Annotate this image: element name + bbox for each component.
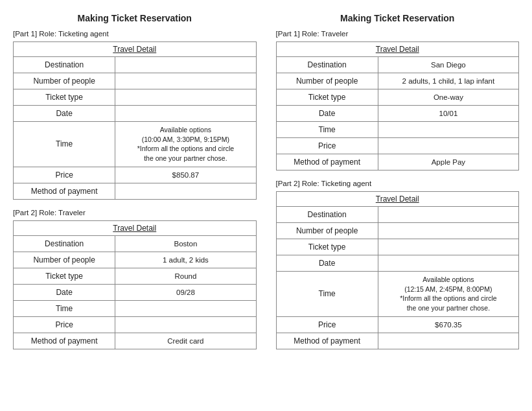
row-value: 1 adult, 2 kids [115,252,256,268]
row-value [378,138,518,154]
row-value [115,183,256,199]
row-label: Ticket type [14,268,115,284]
row-label: Date [276,106,378,122]
table-row: Ticket type [276,239,519,255]
table-row: Time [276,122,519,138]
row-label: Price [14,167,115,183]
row-label: Price [276,138,378,154]
table-row: Ticket type [14,89,257,106]
row-value [115,106,256,122]
row-label: Method of payment [276,154,378,170]
row-value: Apple Pay [378,154,518,170]
row-label: Time [276,122,378,138]
table-row: Date [14,106,257,122]
left-part2-table: Travel Detail DestinationBostonNumber of… [13,220,257,349]
row-value [378,223,518,239]
left-column: Making Ticket Reservation [Part 1] Role:… [13,13,257,358]
row-label: Destination [14,235,115,252]
row-label: Ticket type [276,239,378,255]
row-value [378,207,518,223]
row-value: One-way [378,89,518,106]
table-row: Price$670.35 [276,316,519,333]
table-row: TimeAvailable options (12:15 AM, 2:45PM,… [276,272,519,317]
row-label: Method of payment [276,333,378,349]
right-part2-table: Travel Detail DestinationNumber of peopl… [276,191,520,349]
right-part1-caption: Travel Detail [276,41,520,56]
row-value: 09/28 [115,284,256,300]
table-row: Method of payment [14,183,257,199]
row-label: Date [14,284,115,300]
table-row: Time [14,300,257,316]
right-title: Making Ticket Reservation [276,13,520,23]
row-value [115,316,256,333]
row-label: Destination [276,57,378,73]
right-column: Making Ticket Reservation [Part 1] Role:… [276,13,520,358]
row-value: 2 adults, 1 child, 1 lap infant [378,73,518,89]
table-row: Method of paymentApple Pay [276,154,519,170]
left-part1-table: Travel Detail DestinationNumber of peopl… [13,41,257,200]
row-value [115,89,256,106]
row-label: Destination [276,207,378,223]
row-label: Destination [14,57,115,73]
page-wrapper: Making Ticket Reservation [Part 1] Role:… [13,13,519,358]
row-value: San Diego [378,57,518,73]
row-value: $850.87 [115,167,256,183]
table-row: Number of people [14,73,257,89]
left-part1-role: [Part 1] Role: Ticketing agent [13,30,257,38]
row-value [115,300,256,316]
table-row: Method of paymentCredit card [14,333,257,349]
table-row: Number of people [276,223,519,239]
table-row: DestinationSan Diego [276,57,519,73]
table-row: Price [14,316,257,333]
table-row: Destination [14,57,257,73]
row-label: Time [14,122,115,167]
table-row: DestinationBoston [14,235,257,252]
row-label: Method of payment [14,183,115,199]
right-part2-caption: Travel Detail [276,191,520,206]
row-value: Boston [115,235,256,252]
table-row: Date10/01 [276,106,519,122]
row-label: Time [14,300,115,316]
row-value [378,333,518,349]
table-row: Method of payment [276,333,519,349]
left-part2-role: [Part 2] Role: Traveler [13,209,257,217]
row-label: Date [14,106,115,122]
table-row: TimeAvailable options (10:00 AM, 3:30PM,… [14,122,257,167]
left-title: Making Ticket Reservation [13,13,257,23]
row-value [115,73,256,89]
right-part1-role: [Part 1] Role: Traveler [276,30,520,38]
row-label: Number of people [276,223,378,239]
row-label: Number of people [14,73,115,89]
table-row: Price$850.87 [14,167,257,183]
row-value: Credit card [115,333,256,349]
row-label: Time [276,272,378,317]
table-row: Ticket typeRound [14,268,257,284]
row-value: $670.35 [378,316,518,333]
row-value [115,57,256,73]
row-label: Number of people [14,252,115,268]
table-row: Price [276,138,519,154]
row-value [378,122,518,138]
right-part1-table: Travel Detail DestinationSan DiegoNumber… [276,41,520,170]
row-value: 10/01 [378,106,518,122]
table-row: Date09/28 [14,284,257,300]
row-label: Price [14,316,115,333]
left-part1-caption: Travel Detail [13,41,257,56]
row-label: Method of payment [14,333,115,349]
row-value [378,239,518,255]
row-label: Ticket type [276,89,378,106]
row-label: Price [276,316,378,333]
row-label: Ticket type [14,89,115,106]
row-label: Date [276,255,378,272]
row-value: Available options (10:00 AM, 3:30PM, 9:1… [115,122,256,167]
table-row: Ticket typeOne-way [276,89,519,106]
row-value [378,255,518,272]
row-label: Number of people [276,73,378,89]
left-part2-caption: Travel Detail [13,220,257,235]
table-row: Number of people2 adults, 1 child, 1 lap… [276,73,519,89]
right-part2-role: [Part 2] Role: Ticketing agent [276,180,520,187]
row-value: Round [115,268,256,284]
table-row: Destination [276,207,519,223]
table-row: Number of people1 adult, 2 kids [14,252,257,268]
table-row: Date [276,255,519,272]
